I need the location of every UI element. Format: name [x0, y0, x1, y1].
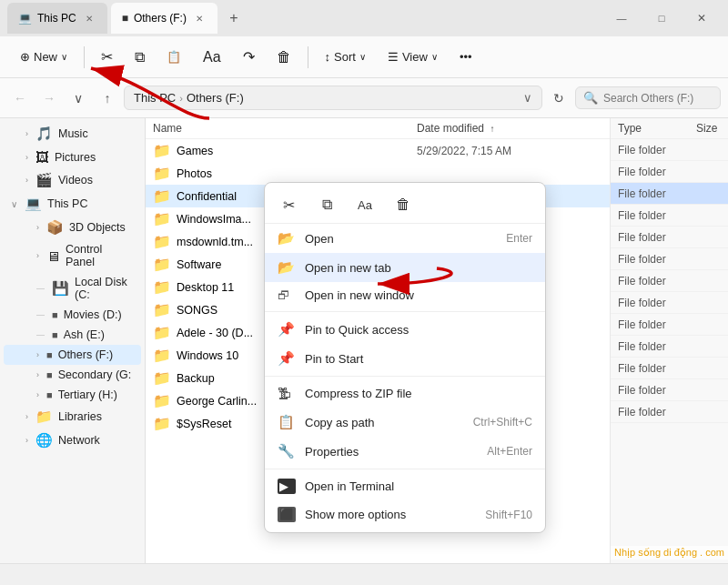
sidebar-item-secondary[interactable]: › ■ Secondary (G: [4, 365, 141, 385]
sidebar-item-music[interactable]: › 🎵 Music [4, 122, 141, 146]
ctx-delete-button[interactable]: 🗑 [390, 192, 416, 217]
sidebar-item-control-panel[interactable]: › 🖥 Control Panel [4, 239, 141, 272]
folder-icon: 📁 [153, 324, 171, 341]
d-icon: ■ [52, 309, 58, 320]
copy-icon: ⧉ [135, 49, 145, 66]
sidebar-f-label: Others (F:) [58, 348, 113, 361]
right-panel-header: Type Size [611, 118, 728, 139]
share-button[interactable]: ↷ [234, 43, 264, 71]
sidebar-item-ash[interactable]: — ■ Ash (E:) [4, 325, 141, 345]
up-button[interactable]: ↑ [95, 86, 120, 111]
back-button[interactable]: ← [7, 86, 33, 111]
g-icon: ■ [46, 369, 53, 380]
sidebar-item-3d-objects[interactable]: › 📦 3D Objects [4, 216, 141, 239]
sidebar-item-movies[interactable]: — ■ Movies (D:) [4, 305, 141, 325]
address-bar: ← → ∨ ↑ This PC › Others (F:) ∨ ↻ 🔍 [0, 78, 728, 118]
sidebar-item-videos[interactable]: › 🎬 Videos [4, 168, 141, 192]
ctx-properties-label: Properties [305, 445, 478, 459]
new-tab-button[interactable]: + [221, 5, 247, 31]
folder-icon: 📁 [153, 347, 171, 364]
ctx-pin-quick-icon: 📌 [278, 321, 296, 338]
ctx-open[interactable]: 📂 Open Enter [265, 224, 545, 253]
context-menu: ✂ ⧉ Aa 🗑 📂 Open Enter 📂 Open in new tab … [264, 182, 546, 533]
ctx-copy-path-shortcut: Ctrl+Shift+C [473, 416, 532, 429]
ctx-copy-path[interactable]: 📋 Copy as path Ctrl+Shift+C [265, 408, 545, 437]
f-icon: ■ [46, 349, 53, 360]
folder-icon: 📁 [153, 210, 171, 227]
ctx-sep-1 [265, 311, 545, 312]
path-others[interactable]: Others (F:) [187, 91, 244, 105]
window-close-button[interactable]: ✕ [682, 5, 721, 31]
sidebar-item-libraries[interactable]: › 📁 Libraries [4, 405, 141, 429]
ctx-compress-label: Compress to ZIP file [305, 387, 532, 400]
cp-icon: 🖥 [46, 248, 60, 264]
sort-dropdown-icon: ∨ [359, 52, 366, 62]
new-button[interactable]: ⊕ New ∨ [11, 45, 76, 69]
sidebar-item-local-disk[interactable]: — 💾 Local Disk (C: [4, 272, 141, 305]
address-path[interactable]: This PC › Others (F:) ∨ [124, 86, 542, 110]
ctx-more-shortcut: Shift+F10 [485, 509, 532, 521]
search-input[interactable] [603, 92, 713, 105]
ctx-pin-quick[interactable]: 📌 Pin to Quick access [265, 315, 545, 344]
copy-button[interactable]: ⧉ [126, 44, 154, 71]
ctx-properties[interactable]: 🔧 Properties Alt+Enter [265, 437, 545, 466]
ctx-cut-button[interactable]: ✂ [276, 192, 301, 217]
ctx-rename-icon: Aa [358, 198, 372, 212]
ctx-copy-icon: ⧉ [322, 197, 332, 213]
c-icon: 💾 [52, 280, 69, 297]
folder-icon: 📁 [153, 301, 171, 318]
sidebar-pictures-label: Pictures [55, 151, 96, 164]
sidebar-network-label: Network [58, 434, 100, 447]
ctx-rename-button[interactable]: Aa [352, 192, 378, 217]
sidebar-item-network[interactable]: › 🌐 Network [4, 429, 141, 452]
tab-others[interactable]: ■ Others (F:) ✕ [111, 3, 217, 34]
sidebar-item-tertiary[interactable]: › ■ Tertiary (H:) [4, 385, 141, 405]
col-name-header[interactable]: Name [153, 122, 417, 135]
sidebar-item-others[interactable]: › ■ Others (F:) [4, 345, 141, 365]
ctx-open-new-window[interactable]: 🗗 Open in new window [265, 282, 545, 308]
watermark: Nhịp sống di động . com [611, 546, 728, 560]
view-dropdown-icon: ∨ [431, 52, 438, 62]
forward-button[interactable]: → [36, 86, 62, 111]
e-icon: ■ [52, 329, 58, 340]
ctx-open-shortcut: Enter [506, 232, 532, 245]
table-row[interactable]: 📁 Games 5/29/2022, 7:15 AM [146, 139, 610, 162]
h-icon: ■ [46, 389, 53, 400]
ctx-terminal[interactable]: ▶ Open in Terminal [265, 472, 545, 500]
refresh-button[interactable]: ↻ [546, 86, 571, 111]
ctx-compress[interactable]: 🗜 Compress to ZIP file [265, 379, 545, 408]
sidebar-item-this-pc[interactable]: ∨ 💻 This PC [4, 192, 141, 216]
right-row: File folder [611, 314, 728, 336]
sort-button[interactable]: ↕ Sort ∨ [316, 45, 375, 69]
recent-button[interactable]: ∨ [66, 86, 91, 111]
cut-button[interactable]: ✂ [92, 43, 122, 71]
rename-button[interactable]: Aa [194, 44, 230, 71]
path-this-pc[interactable]: This PC [134, 91, 176, 105]
right-row-selected: File folder [611, 183, 728, 205]
window-maximize-button[interactable]: □ [642, 5, 681, 31]
sidebar-item-pictures[interactable]: › 🖼 Pictures [4, 146, 141, 168]
toolbar-sep-1 [84, 46, 85, 68]
right-row: File folder [611, 401, 728, 423]
ctx-open-new-tab[interactable]: 📂 Open in new tab [265, 253, 545, 282]
delete-button[interactable]: 🗑 [268, 44, 300, 71]
lib-chevron: › [25, 412, 28, 421]
paste-button[interactable]: 📋 [157, 45, 190, 69]
ctx-pin-start[interactable]: 📌 Pin to Start [265, 344, 545, 373]
path-dropdown-icon[interactable]: ∨ [523, 91, 532, 105]
more-button[interactable]: ••• [450, 45, 481, 69]
tab-this-pc-close[interactable]: ✕ [82, 11, 96, 25]
tab-others-close[interactable]: ✕ [192, 11, 207, 25]
window-minimize-button[interactable]: — [602, 5, 641, 31]
file-name-cell: 📁 Photos [153, 165, 417, 182]
videos-chevron: › [25, 176, 28, 185]
col-date-header[interactable]: Date modified ↑ [417, 122, 581, 135]
ctx-copy-button[interactable]: ⧉ [314, 192, 339, 217]
ctx-properties-icon: 🔧 [278, 443, 296, 459]
this-pc-sidebar-icon: 💻 [25, 196, 42, 212]
right-row: File folder [611, 358, 728, 379]
ctx-more-options[interactable]: ⬛ Show more options Shift+F10 [265, 500, 545, 529]
view-button[interactable]: ☰ View ∨ [379, 45, 447, 69]
tab-this-pc[interactable]: 💻 This PC ✕ [7, 3, 107, 34]
folder-icon: 📁 [153, 142, 171, 159]
